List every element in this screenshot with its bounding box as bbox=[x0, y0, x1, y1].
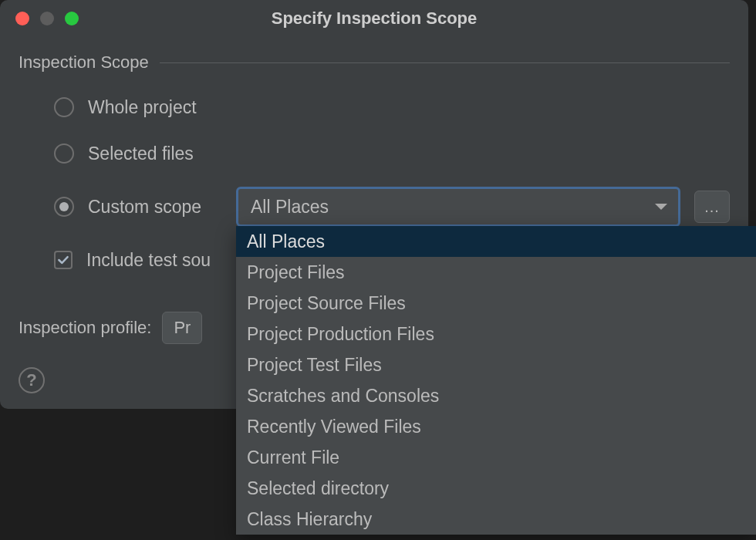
custom-scope-radio-area[interactable]: Custom scope bbox=[54, 197, 222, 218]
dropdown-item[interactable]: Project Test Files bbox=[236, 349, 756, 380]
radio-icon[interactable] bbox=[54, 97, 74, 117]
checkmark-icon bbox=[56, 253, 70, 267]
option-whole-project[interactable]: Whole project bbox=[54, 94, 730, 120]
scope-dropdown-list: All PlacesProject FilesProject Source Fi… bbox=[236, 226, 756, 535]
dropdown-item[interactable]: Current File bbox=[236, 442, 756, 473]
section-header: Inspection Scope bbox=[19, 52, 730, 73]
option-label: Include test sou bbox=[86, 250, 211, 271]
help-button[interactable]: ? bbox=[19, 367, 45, 393]
option-label: Selected files bbox=[88, 143, 194, 164]
inspection-scope-dialog: Specify Inspection Scope Inspection Scop… bbox=[0, 0, 748, 409]
dropdown-item[interactable]: Scratches and Consoles bbox=[236, 380, 756, 411]
profile-dropdown[interactable]: Pr bbox=[162, 312, 202, 344]
section-title: Inspection Scope bbox=[19, 52, 149, 73]
dropdown-item[interactable]: Project Files bbox=[236, 257, 756, 288]
option-label: Whole project bbox=[88, 97, 197, 118]
dialog-title: Specify Inspection Scope bbox=[0, 8, 748, 29]
help-icon: ? bbox=[26, 370, 36, 390]
close-icon[interactable] bbox=[15, 12, 29, 25]
dropdown-item[interactable]: All Places bbox=[236, 226, 756, 257]
edit-scope-button[interactable]: ... bbox=[694, 191, 730, 223]
checkbox-icon[interactable] bbox=[54, 251, 73, 269]
dropdown-item[interactable]: Recently Viewed Files bbox=[236, 411, 756, 442]
divider bbox=[160, 62, 730, 63]
scope-dropdown[interactable]: All Places bbox=[236, 187, 680, 227]
option-custom-scope: Custom scope All Places ... bbox=[54, 187, 730, 227]
minimize-icon bbox=[40, 12, 54, 25]
titlebar: Specify Inspection Scope bbox=[0, 0, 748, 37]
maximize-icon[interactable] bbox=[65, 12, 79, 25]
option-selected-files[interactable]: Selected files bbox=[54, 140, 730, 167]
option-label: Custom scope bbox=[88, 197, 201, 218]
profile-label: Inspection profile: bbox=[19, 318, 151, 338]
chevron-down-icon bbox=[655, 204, 667, 210]
dropdown-item[interactable]: Project Production Files bbox=[236, 319, 756, 349]
radio-icon[interactable] bbox=[54, 197, 74, 217]
dropdown-item[interactable]: Class Hierarchy bbox=[236, 504, 756, 535]
dropdown-item[interactable]: Selected directory bbox=[236, 473, 756, 504]
dropdown-item[interactable]: Project Source Files bbox=[236, 288, 756, 319]
dropdown-value: All Places bbox=[251, 197, 329, 218]
profile-value: Pr bbox=[174, 318, 191, 338]
radio-icon[interactable] bbox=[54, 143, 74, 164]
window-controls bbox=[0, 12, 79, 25]
